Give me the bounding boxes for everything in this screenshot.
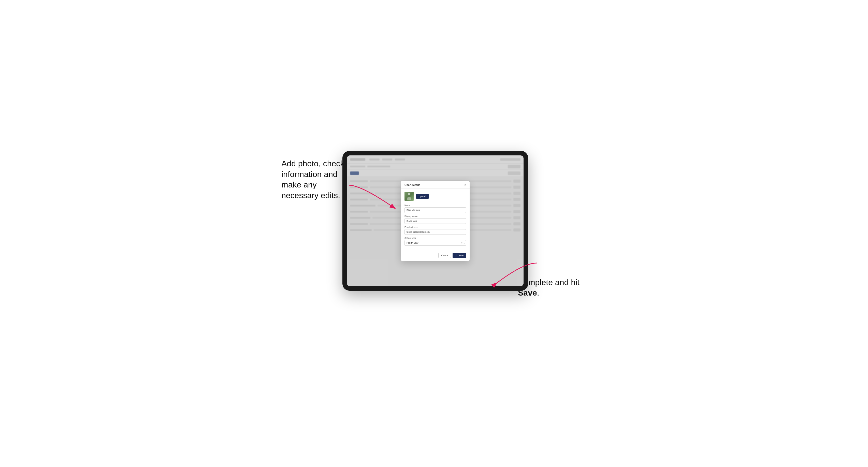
modal-footer: Cancel ⬆ Save <box>401 251 470 261</box>
scene: Add photo, check information and make an… <box>281 138 587 329</box>
email-field-group: Email address <box>404 226 466 235</box>
school-year-clear-button[interactable]: × <box>461 242 463 244</box>
user-details-modal: User details × Upload <box>401 181 470 261</box>
user-photo-image <box>404 192 414 201</box>
school-year-controls: × ⌄ <box>461 242 465 244</box>
school-year-wrapper: × ⌄ <box>404 240 466 246</box>
display-name-label: Display name <box>404 215 466 217</box>
school-year-dropdown-icon[interactable]: ⌄ <box>463 242 465 244</box>
name-input[interactable] <box>404 207 466 213</box>
email-label: Email address <box>404 226 466 228</box>
name-label: Name <box>404 204 466 207</box>
annotation-left: Add photo, check information and make an… <box>281 158 350 201</box>
display-name-field-group: Display name <box>404 215 466 224</box>
save-button[interactable]: ⬆ Save <box>453 253 466 258</box>
modal-header: User details × <box>401 181 470 189</box>
modal-title: User details <box>404 183 420 186</box>
photo-section: Upload <box>404 192 466 201</box>
user-photo-thumbnail <box>404 192 414 201</box>
arrow-left-annotation <box>346 183 397 214</box>
save-label: Save <box>458 254 464 257</box>
email-input[interactable] <box>404 229 466 235</box>
cancel-button[interactable]: Cancel <box>438 253 451 258</box>
display-name-input[interactable] <box>404 218 466 224</box>
school-year-label: School Year <box>404 237 466 239</box>
annotation-right-suffix: . <box>537 288 539 297</box>
school-year-field-group: School Year × ⌄ <box>404 237 466 246</box>
upload-photo-button[interactable]: Upload <box>416 194 429 199</box>
name-field-group: Name <box>404 204 466 213</box>
modal-close-button[interactable]: × <box>464 183 466 186</box>
arrow-right-annotation <box>494 260 539 287</box>
modal-body: Upload Name Display name <box>401 189 470 251</box>
annotation-left-text: Add photo, check information and make an… <box>281 159 344 200</box>
save-icon: ⬆ <box>455 254 457 257</box>
school-year-input[interactable] <box>404 240 466 246</box>
